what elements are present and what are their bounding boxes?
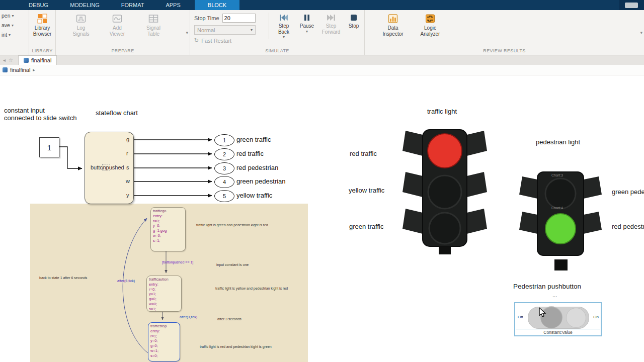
caret-down-icon: ▾ <box>12 14 14 18</box>
stop-icon <box>350 14 358 22</box>
sim-mode-value: Normal <box>197 27 215 33</box>
log-signals-button[interactable]: Log Signals <box>67 13 95 37</box>
step-back-button[interactable]: Step Back ▾ <box>272 13 295 39</box>
prepare-overflow-button[interactable]: ▾ <box>186 30 188 35</box>
transition-after6-label[interactable]: after(6,tick) <box>117 279 135 283</box>
tab-apps[interactable]: APPS <box>158 0 188 10</box>
chevron-right-icon: ▸ <box>33 67 35 72</box>
breadcrumb: finalfinal ▸ <box>0 65 644 75</box>
titlebar-account-widget[interactable] <box>619 0 644 10</box>
state-trafficgo[interactable]: trafficgo entry: r=0; y=0; g=1;gog w=0; … <box>150 207 186 251</box>
ped-green-lamp-on <box>545 214 576 244</box>
outport-block-4[interactable]: 4 <box>214 176 234 188</box>
stop-time-input[interactable] <box>222 14 256 23</box>
chart-output-port-w: w <box>126 178 130 184</box>
widget-ellipsis-menu[interactable]: ⋯ <box>552 294 558 299</box>
outport-number: 1 <box>223 137 226 143</box>
red-lamp-on <box>428 134 462 168</box>
prepare-section: Log Signals Add Viewer Signal Table ▾ <box>56 10 190 55</box>
traffic-light-base <box>439 246 451 254</box>
pause-label: Pause <box>300 23 314 29</box>
stop-button[interactable]: Stop <box>344 13 364 39</box>
tab-format[interactable]: FORMAT <box>114 0 152 10</box>
model-canvas[interactable]: constant input connected to slide switch… <box>0 75 644 362</box>
faint-chart3-label: Chart:3 <box>551 173 563 177</box>
add-viewer-button[interactable]: Add Viewer <box>103 13 131 37</box>
label-red-traffic: red traffic <box>350 150 377 157</box>
switch-on-label: On <box>593 315 599 319</box>
simulink-model-icon <box>3 67 8 72</box>
chart-note-3: after 3 seconds <box>217 317 242 321</box>
save-label: ave <box>2 22 10 28</box>
favorite-star-icon[interactable]: ☆ <box>9 57 13 63</box>
outport-block-5[interactable]: 5 <box>214 190 234 202</box>
selection-artifact <box>102 164 110 170</box>
pause-icon <box>302 14 311 22</box>
fast-restart-toggle[interactable]: ↻ Fast Restart <box>194 37 264 44</box>
state-trafficstop[interactable]: trafficstop entry: r=1; y=0; g=0; w=1; s… <box>148 322 180 361</box>
simulate-section-label: SIMULATE <box>190 48 364 55</box>
step-back-label: Step Back <box>278 23 289 35</box>
open-label: pen <box>2 13 11 19</box>
prepare-section-label: PREPARE <box>56 48 190 55</box>
open-button[interactable]: pen▾ <box>2 13 29 19</box>
step-back-icon <box>279 14 289 22</box>
chart-output-port-g: g <box>126 136 129 142</box>
back-nav-icon[interactable]: ◂ <box>3 57 6 63</box>
library-browser-button[interactable]: Library Browser <box>29 13 55 37</box>
sim-mode-dropdown[interactable]: Normal ▾ <box>194 25 256 35</box>
outport-block-1[interactable]: 1 <box>214 134 234 146</box>
data-inspector-button[interactable]: Data Inspector <box>378 13 408 37</box>
ped-red-lamp-off <box>545 178 576 209</box>
data-inspector-icon <box>388 14 398 24</box>
annotation-stateflow-chart: stateflow chart <box>96 109 138 117</box>
simulate-section: Stop Time Normal ▾ ↻ Fast Restart <box>190 10 365 55</box>
label-green-traffic: green traffic <box>349 223 383 230</box>
transition-after3-label[interactable]: after(3,tick) <box>180 315 197 319</box>
constant-block[interactable]: 1 <box>39 137 59 157</box>
tab-block[interactable]: BLOCK <box>195 0 239 10</box>
state-trafficaution[interactable]: trafficaution entry: r=0; y=1; g=0; w=0;… <box>146 276 182 312</box>
print-button[interactable]: int▾ <box>2 32 29 38</box>
caret-down-icon: ▾ <box>9 33 11 37</box>
pedestrian-light-display[interactable] <box>517 170 603 276</box>
step-forward-button[interactable]: Step Forward <box>318 13 344 39</box>
traffic-light-display[interactable] <box>399 127 490 257</box>
slide-switch-widget[interactable]: Off On Constant:Value <box>514 302 602 336</box>
document-tab-finalfinal[interactable]: finalfinal <box>18 55 57 65</box>
breadcrumb-model-name[interactable]: finalfinal <box>10 67 30 73</box>
tab-block-label: BLOCK <box>208 2 226 8</box>
quick-access-group: pen▾ ave▾ int▾ <box>0 10 29 55</box>
state-name: trafficaution <box>149 277 179 282</box>
faint-chart4-label: Chart:4 <box>551 206 563 210</box>
outport-block-3[interactable]: 3 <box>214 162 234 174</box>
tab-modeling[interactable]: MODELING <box>62 0 107 10</box>
tab-debug[interactable]: DEBUG <box>21 0 56 10</box>
toolstrip-overflow-button[interactable]: ▾ <box>640 30 642 35</box>
green-lamp-off <box>429 213 460 244</box>
logic-analyzer-button[interactable]: Logic Analyzer <box>415 13 445 37</box>
tab-debug-label: DEBUG <box>29 2 48 8</box>
caret-down-icon: ▾ <box>12 23 14 28</box>
add-viewer-icon <box>112 14 122 24</box>
step-forward-label: Step Forward <box>322 23 341 35</box>
signal-table-button[interactable]: Signal Table <box>139 13 168 37</box>
stop-time-label: Stop Time <box>194 15 219 21</box>
caret-down-icon: ▾ <box>283 35 285 39</box>
save-button[interactable]: ave▾ <box>2 22 29 28</box>
outport-number: 3 <box>223 165 226 171</box>
label-red-pedestrian: red pedestrian <box>612 223 644 230</box>
ribbon-tab-bar: DEBUG MODELING FORMAT APPS BLOCK <box>0 0 644 10</box>
state-code: entry: r=1; y=0; g=0; w=1; s=0; <box>150 329 178 358</box>
document-tab-bar: ◂ ☆ finalfinal <box>0 55 644 65</box>
yellow-lamp-off <box>428 175 461 209</box>
transition-condition-label[interactable]: [buttonpushed == 1] <box>162 260 193 264</box>
review-results-section: Data Inspector Logic Analyzer ▾ REVIEW R… <box>365 10 644 55</box>
library-browser-icon <box>37 14 47 24</box>
outport-block-2[interactable]: 2 <box>214 148 234 160</box>
outport-label-green-pedestrian: green pedestrian <box>236 177 286 185</box>
caret-down-icon: ▾ <box>306 29 308 34</box>
outport-label-red-traffic: red traffic <box>236 150 264 157</box>
mouse-cursor <box>538 307 546 317</box>
pause-button[interactable]: Pause ▾ <box>295 13 318 39</box>
